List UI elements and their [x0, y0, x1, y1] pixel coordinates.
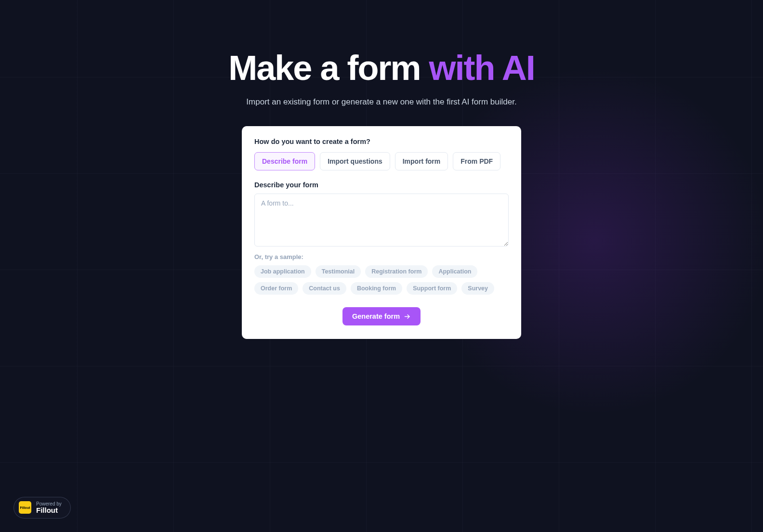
sample-contact-us[interactable]: Contact us — [303, 282, 346, 295]
sample-job-application[interactable]: Job application — [254, 265, 311, 278]
powered-by-brand: Fillout — [36, 506, 62, 515]
generate-form-label: Generate form — [352, 312, 400, 320]
tab-describe-form[interactable]: Describe form — [254, 152, 315, 170]
hero-title: Make a form with AI — [228, 48, 534, 88]
sample-order-form[interactable]: Order form — [254, 282, 298, 295]
form-builder-card: How do you want to create a form? Descri… — [242, 126, 521, 339]
fillout-logo-icon: Fillout — [19, 501, 31, 514]
sample-support-form[interactable]: Support form — [407, 282, 457, 295]
tab-import-form[interactable]: Import form — [395, 152, 448, 170]
hero-title-accent: with AI — [429, 49, 534, 87]
arrow-right-icon — [404, 313, 411, 320]
sample-label: Or, try a sample: — [254, 253, 509, 260]
powered-by-badge[interactable]: Fillout Powered by Fillout — [13, 497, 71, 519]
describe-form-label: Describe your form — [254, 181, 509, 189]
hero-title-main: Make a form — [228, 49, 429, 87]
sample-booking-form[interactable]: Booking form — [351, 282, 402, 295]
create-method-tabs: Describe form Import questions Import fo… — [254, 152, 509, 170]
sample-survey[interactable]: Survey — [461, 282, 494, 295]
sample-registration-form[interactable]: Registration form — [365, 265, 428, 278]
sample-chips: Job application Testimonial Registration… — [254, 265, 509, 295]
tab-from-pdf[interactable]: From PDF — [453, 152, 500, 170]
sample-application[interactable]: Application — [432, 265, 477, 278]
create-method-prompt: How do you want to create a form? — [254, 138, 509, 145]
powered-by-label: Powered by — [36, 501, 62, 506]
hero-subtitle: Import an existing form or generate a ne… — [246, 97, 516, 107]
sample-testimonial[interactable]: Testimonial — [316, 265, 361, 278]
describe-form-input[interactable] — [254, 194, 509, 247]
tab-import-questions[interactable]: Import questions — [320, 152, 390, 170]
generate-form-button[interactable]: Generate form — [342, 307, 421, 325]
